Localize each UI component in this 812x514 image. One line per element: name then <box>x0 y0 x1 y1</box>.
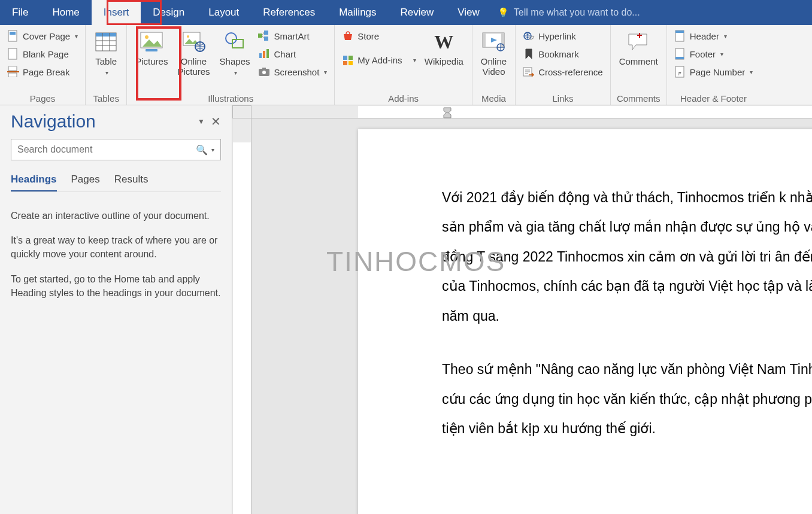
tell-me-label: Tell me what you want to do... <box>514 7 640 18</box>
svg-rect-1 <box>10 32 16 35</box>
online-video-button[interactable]: Online Video <box>477 28 510 80</box>
svg-rect-7 <box>96 33 116 37</box>
blank-page-button[interactable]: Blank Page <box>5 47 80 61</box>
group-header-footer: Header▾ Footer▾ # Page Number▾ Header & … <box>667 25 761 105</box>
svg-rect-44 <box>675 31 684 33</box>
tab-references[interactable]: References <box>251 0 327 25</box>
nav-tab-headings[interactable]: Headings <box>11 174 57 191</box>
search-icon[interactable]: 🔍 <box>196 144 208 156</box>
header-button[interactable]: Header▾ <box>672 29 756 43</box>
svg-rect-22 <box>258 34 262 38</box>
svg-rect-26 <box>263 51 265 58</box>
tab-view[interactable]: View <box>446 0 492 25</box>
nav-help-text: Create an interactive outline of your do… <box>11 209 221 300</box>
group-label-header-footer: Header & Footer <box>672 92 756 104</box>
document-page[interactable]: Với 2021 đầy biến động và thử thách, Tin… <box>358 129 812 514</box>
cover-page-icon <box>7 30 19 42</box>
footer-button[interactable]: Footer▾ <box>672 47 756 61</box>
footer-icon <box>674 48 686 60</box>
group-tables: Table▾ Tables <box>86 25 127 105</box>
tell-me-search[interactable]: 💡 Tell me what you want to do... <box>498 0 640 25</box>
tab-file[interactable]: File <box>0 0 40 25</box>
svg-rect-32 <box>349 56 353 60</box>
svg-marker-50 <box>444 112 451 118</box>
group-label-tables: Tables <box>90 92 122 104</box>
group-addins: Store My Add-ins ▾ W Wikipedia Add-ins <box>335 25 472 105</box>
svg-text:#: # <box>678 71 681 77</box>
dropdown-arrow-icon: ▾ <box>720 51 723 57</box>
wikipedia-icon: W <box>432 30 456 54</box>
group-comments: Comment Comments <box>611 25 667 105</box>
store-button[interactable]: Store <box>340 29 418 43</box>
nav-tab-results[interactable]: Results <box>114 174 149 191</box>
page-number-icon: # <box>674 66 686 78</box>
dropdown-arrow-icon: ▾ <box>324 69 327 75</box>
comment-button[interactable]: Comment <box>616 28 662 69</box>
work-area: Navigation ▼ ✕ 🔍 ▾ Headings Pages Result… <box>0 105 812 514</box>
smartart-icon <box>258 30 270 42</box>
svg-rect-27 <box>266 49 269 58</box>
dropdown-arrow-icon: ▾ <box>413 57 416 63</box>
cross-reference-button[interactable]: Cross-reference <box>520 65 605 79</box>
svg-point-20 <box>226 33 237 44</box>
svg-rect-31 <box>343 56 347 60</box>
group-label-addins: Add-ins <box>340 92 466 104</box>
highlight-insert-tab <box>107 0 162 25</box>
cross-reference-icon <box>523 66 535 78</box>
navigation-pane: Navigation ▼ ✕ 🔍 ▾ Headings Pages Result… <box>0 105 232 514</box>
smartart-button[interactable]: SmartArt <box>256 29 329 43</box>
svg-point-29 <box>262 71 266 74</box>
group-media: Online Video Media <box>472 25 516 105</box>
svg-rect-30 <box>262 68 266 69</box>
indent-marker[interactable] <box>443 107 452 119</box>
screenshot-button[interactable]: Screenshot▾ <box>256 65 329 79</box>
svg-rect-36 <box>483 33 486 47</box>
nav-tab-pages[interactable]: Pages <box>71 174 100 191</box>
dropdown-arrow-icon: ▾ <box>724 33 727 39</box>
shapes-icon <box>223 30 247 54</box>
chart-button[interactable]: Chart <box>256 47 329 61</box>
navigation-title: Navigation <box>11 111 96 132</box>
my-addins-icon <box>342 54 354 66</box>
tab-review[interactable]: Review <box>389 0 446 25</box>
hyperlink-button[interactable]: Hyperlink <box>520 29 605 43</box>
document-area: 1 1 2 3 4 Với 2021 đầy biến động và thử … <box>232 105 812 514</box>
bookmark-icon <box>523 48 535 60</box>
nav-options-dropdown[interactable]: ▼ <box>198 117 205 126</box>
tab-layout[interactable]: Layout <box>196 0 251 25</box>
online-video-icon <box>481 30 505 54</box>
dropdown-arrow-icon: ▾ <box>234 69 237 76</box>
group-label-links: Links <box>520 92 605 104</box>
group-pages: Cover Page▾ Blank Page Page Break Pages <box>0 25 86 105</box>
tab-mailings[interactable]: Mailings <box>327 0 388 25</box>
nav-search-input[interactable] <box>17 144 196 155</box>
table-button[interactable]: Table▾ <box>90 28 122 80</box>
svg-rect-2 <box>8 48 17 59</box>
svg-rect-25 <box>259 53 262 58</box>
blank-page-icon <box>7 48 19 60</box>
wikipedia-button[interactable]: W Wikipedia <box>421 28 467 69</box>
cover-page-button[interactable]: Cover Page▾ <box>5 29 80 43</box>
table-icon <box>94 30 118 54</box>
svg-point-17 <box>187 35 189 38</box>
bookmark-button[interactable]: Bookmark <box>520 47 605 61</box>
search-dropdown-icon[interactable]: ▾ <box>211 147 214 153</box>
nav-search-box[interactable]: 🔍 ▾ <box>11 139 221 160</box>
screenshot-icon <box>258 66 270 78</box>
svg-rect-46 <box>675 57 684 59</box>
header-icon <box>674 30 686 42</box>
group-label-pages: Pages <box>5 92 80 104</box>
highlight-pictures-button <box>136 26 181 101</box>
vertical-ruler[interactable] <box>232 118 252 514</box>
dropdown-arrow-icon: ▾ <box>750 69 753 75</box>
page-number-button[interactable]: # Page Number▾ <box>672 65 756 79</box>
page-break-button[interactable]: Page Break <box>5 65 80 79</box>
hyperlink-icon <box>523 30 535 42</box>
shapes-button[interactable]: Shapes▾ <box>216 28 254 80</box>
tab-home[interactable]: Home <box>40 0 91 25</box>
document-content[interactable]: Với 2021 đầy biến động và thử thách, Tin… <box>358 129 812 492</box>
nav-close-button[interactable]: ✕ <box>211 114 221 129</box>
group-links: Hyperlink Bookmark Cross-reference Links <box>516 25 611 105</box>
my-addins-button[interactable]: My Add-ins ▾ <box>340 53 418 67</box>
group-label-media: Media <box>477 92 510 104</box>
